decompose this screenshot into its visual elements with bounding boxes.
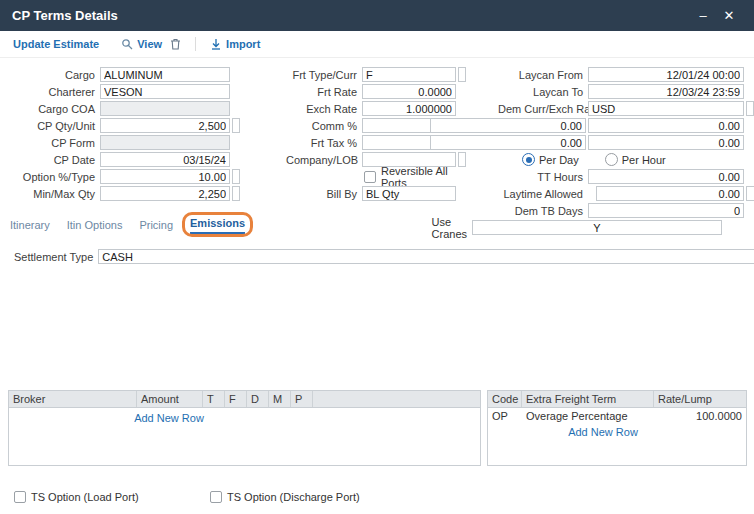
reversible-all-ports-checkbox[interactable] bbox=[364, 171, 376, 183]
extra-freight-code-cell[interactable]: OP bbox=[488, 410, 522, 422]
settlement-type-label: Settlement Type bbox=[14, 251, 98, 263]
load-dem-input[interactable] bbox=[430, 118, 586, 133]
tab-pricing[interactable]: Pricing bbox=[139, 219, 173, 234]
form-column-left: Cargo Charterer Cargo COA CP Qty/Unit CP… bbox=[8, 66, 238, 202]
load-des-input[interactable] bbox=[588, 118, 744, 133]
frt-rate-input[interactable] bbox=[362, 84, 456, 99]
field-bill-by: Bill By bbox=[286, 185, 460, 202]
extra-freight-term-cell[interactable]: Overage Percentage bbox=[522, 410, 654, 422]
field-cp-qty-unit: CP Qty/Unit bbox=[8, 117, 238, 134]
cp-qty-unit-label: CP Qty/Unit bbox=[8, 120, 100, 132]
extra-freight-table: Code Extra Freight Term Rate/Lump OP Ove… bbox=[487, 390, 747, 466]
extra-freight-rate-cell[interactable]: 100.0000 bbox=[654, 410, 746, 422]
cp-qty-input[interactable] bbox=[100, 118, 230, 133]
cp-form-input[interactable] bbox=[100, 135, 230, 150]
cp-unit-input[interactable] bbox=[232, 118, 240, 133]
field-dem-tb-days: Dem TB Days bbox=[498, 202, 748, 219]
field-load-dem-des: Load Dem/Des bbox=[498, 117, 748, 134]
laycan-from-input[interactable] bbox=[588, 67, 744, 82]
max-qty-input[interactable] bbox=[232, 186, 240, 201]
ts-discharge-port-checkbox[interactable] bbox=[210, 491, 222, 503]
trash-icon bbox=[170, 38, 181, 50]
field-cp-form: CP Form bbox=[8, 134, 238, 151]
delete-button[interactable] bbox=[170, 38, 181, 50]
laytime-unit-input[interactable] bbox=[746, 186, 754, 201]
field-laycan-to: Laycan To bbox=[498, 83, 748, 100]
field-laytime-allowed: Laytime Allowed bbox=[498, 185, 748, 202]
laycan-from-label: Laycan From bbox=[498, 69, 588, 81]
field-option-pct-type: Option %/Type bbox=[8, 168, 238, 185]
use-cranes-label: Use Cranes bbox=[432, 216, 467, 240]
ts-option-discharge-port: TS Option (Discharge Port) bbox=[210, 491, 360, 503]
frt-rate-label: Frt Rate bbox=[286, 86, 362, 98]
tab-emissions-label: Emissions bbox=[190, 217, 245, 229]
cp-date-label: CP Date bbox=[8, 154, 100, 166]
form-column-right: Laycan From Laycan To Dem Curr/Exch Rate… bbox=[498, 66, 748, 236]
dem-tb-days-input[interactable] bbox=[588, 203, 744, 218]
field-tt-hours: TT Hours bbox=[498, 168, 748, 185]
field-reversible-all-ports: Reversible All Ports bbox=[286, 168, 460, 185]
cp-date-input[interactable] bbox=[100, 152, 230, 167]
t-col-header: T bbox=[203, 391, 225, 407]
tab-bar: Itinerary Itin Options Pricing Emissions bbox=[10, 217, 245, 234]
extra-freight-term-col-header: Extra Freight Term bbox=[522, 391, 654, 407]
per-hour-label: Per Hour bbox=[622, 154, 666, 166]
exch-rate-label: Exch Rate bbox=[286, 103, 362, 115]
laytime-allowed-input[interactable] bbox=[596, 186, 744, 201]
broker-table: Broker Amount T F D M P Add New Row bbox=[8, 390, 481, 466]
option-pct-input[interactable] bbox=[100, 169, 230, 184]
frt-curr-input[interactable] bbox=[458, 67, 466, 82]
min-qty-input[interactable] bbox=[100, 186, 230, 201]
per-day-per-hour-radios: Per Day Per Hour bbox=[498, 151, 748, 168]
settlement-type-input[interactable] bbox=[98, 249, 754, 264]
per-hour-radio[interactable] bbox=[605, 153, 618, 166]
cargo-input[interactable] bbox=[100, 67, 230, 82]
cargo-coa-input[interactable] bbox=[100, 101, 230, 116]
settlement-strip: Settlement Type Billing Period Payment T… bbox=[14, 249, 754, 264]
dem-curr-input[interactable] bbox=[588, 101, 744, 116]
dem-tb-days-label: Dem TB Days bbox=[498, 205, 588, 217]
use-cranes-input[interactable] bbox=[472, 220, 722, 235]
tab-itinerary[interactable]: Itinerary bbox=[10, 219, 50, 234]
toolbar-divider bbox=[195, 37, 196, 51]
minimize-icon[interactable]: – bbox=[690, 8, 716, 23]
import-label: Import bbox=[226, 38, 260, 50]
d-col-header: D bbox=[247, 391, 269, 407]
tt-hours-input[interactable] bbox=[588, 169, 744, 184]
tab-itin-options[interactable]: Itin Options bbox=[67, 219, 123, 234]
ts-load-port-checkbox[interactable] bbox=[14, 491, 26, 503]
laycan-to-label: Laycan To bbox=[498, 86, 588, 98]
frt-type-input[interactable] bbox=[362, 67, 456, 82]
window-title: CP Terms Details bbox=[12, 8, 690, 23]
disch-dem-input[interactable] bbox=[430, 135, 586, 150]
view-button[interactable]: View bbox=[121, 38, 162, 50]
ts-option-load-port: TS Option (Load Port) bbox=[14, 491, 139, 503]
toolbar: Update Estimate View Import bbox=[0, 31, 754, 58]
option-type-input[interactable] bbox=[232, 169, 240, 184]
per-day-label: Per Day bbox=[539, 154, 579, 166]
frt-tax-pct-label: Frt Tax % bbox=[286, 137, 362, 149]
rate-lump-col-header: Rate/Lump bbox=[654, 391, 746, 407]
disch-des-input[interactable] bbox=[588, 135, 744, 150]
bill-by-input[interactable] bbox=[362, 186, 456, 201]
field-frt-rate: Frt Rate bbox=[286, 83, 460, 100]
view-label: View bbox=[137, 38, 162, 50]
update-estimate-button[interactable]: Update Estimate bbox=[13, 38, 99, 50]
broker-add-new-row-link[interactable]: Add New Row bbox=[134, 412, 204, 424]
broker-col-header: Broker bbox=[9, 391, 137, 407]
field-min-max-qty: Min/Max Qty bbox=[8, 185, 238, 202]
import-button[interactable]: Import bbox=[210, 38, 260, 50]
close-icon[interactable]: ✕ bbox=[716, 8, 742, 23]
charterer-input[interactable] bbox=[100, 84, 230, 99]
field-frt-type-curr: Frt Type/Curr bbox=[286, 66, 460, 83]
dem-exch-rate-input[interactable] bbox=[746, 101, 754, 116]
per-day-radio[interactable] bbox=[522, 153, 535, 166]
import-icon bbox=[210, 38, 222, 50]
f-col-header: F bbox=[225, 391, 247, 407]
option-pct-type-label: Option %/Type bbox=[8, 171, 100, 183]
exch-rate-input[interactable] bbox=[362, 101, 456, 116]
laycan-to-input[interactable] bbox=[588, 84, 744, 99]
extra-freight-add-new-row-link[interactable]: Add New Row bbox=[568, 426, 638, 438]
field-cargo-coa: Cargo COA bbox=[8, 100, 238, 117]
tab-emissions[interactable]: Emissions bbox=[190, 217, 245, 234]
